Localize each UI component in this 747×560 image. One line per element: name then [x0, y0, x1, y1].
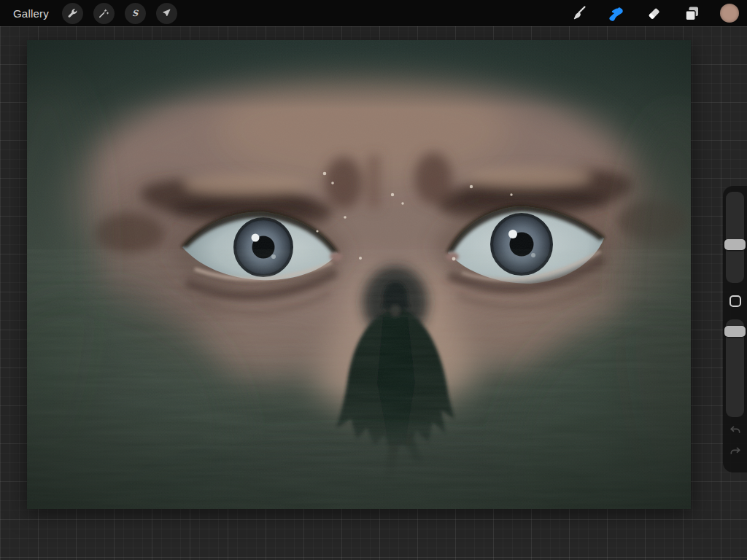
brush-controls-panel [723, 186, 747, 472]
svg-text:S: S [132, 8, 139, 18]
arrow-cursor-icon [160, 7, 172, 19]
brush-icon [569, 4, 587, 23]
layers-icon [683, 4, 701, 23]
wrench-icon [66, 7, 78, 19]
color-swatch[interactable] [720, 4, 739, 23]
undo-icon [728, 423, 743, 440]
eraser-icon [645, 4, 663, 23]
artwork-canvas[interactable] [27, 40, 691, 509]
top-toolbar: Gallery S [0, 0, 747, 26]
magic-wand-icon [98, 7, 109, 19]
brush-opacity-slider[interactable] [726, 319, 744, 417]
selection-button[interactable]: S [125, 3, 146, 24]
brush-opacity-handle[interactable] [724, 326, 746, 337]
artwork-painting [27, 40, 691, 509]
redo-button[interactable] [723, 441, 747, 463]
smudge-finger-icon [606, 4, 625, 23]
transform-button[interactable] [156, 3, 177, 24]
brush-size-handle[interactable] [724, 239, 746, 250]
gallery-button[interactable]: Gallery [10, 6, 52, 21]
undo-button[interactable] [723, 420, 747, 442]
adjustments-button[interactable] [93, 3, 115, 24]
layers-button[interactable] [682, 4, 701, 23]
erase-tool-button[interactable] [644, 4, 663, 23]
actions-button[interactable] [62, 3, 83, 24]
modify-button[interactable] [729, 295, 741, 307]
redo-icon [728, 444, 743, 461]
smudge-tool-button[interactable] [606, 4, 625, 23]
brush-size-slider[interactable] [726, 192, 744, 283]
paint-tool-button[interactable] [568, 4, 587, 23]
s-ribbon-icon: S [129, 7, 141, 19]
canvas-workspace [0, 26, 747, 560]
paint-tools-group [568, 4, 747, 23]
